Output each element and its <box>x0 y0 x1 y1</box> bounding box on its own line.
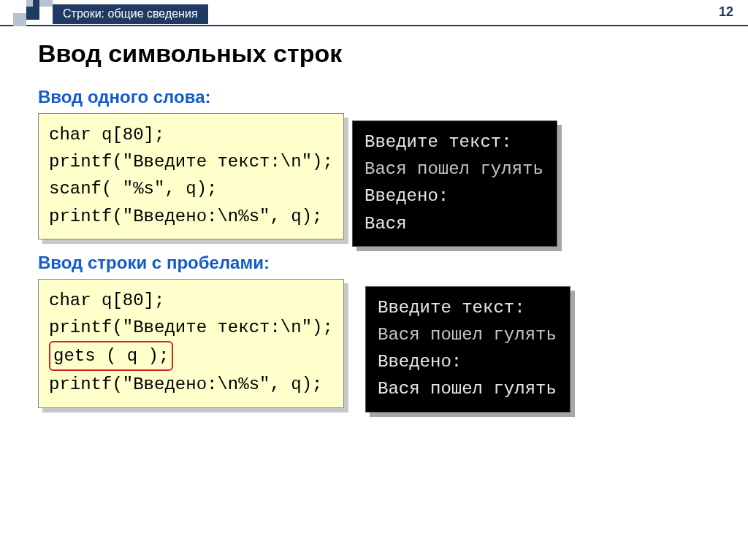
page-number: 12 <box>719 4 733 20</box>
console-text-2: Введите текст: Вася пошел гулять Введено… <box>365 286 570 413</box>
page-title: Ввод символьных строк <box>38 39 729 68</box>
section-heading-2: Ввод строки с пробелами: <box>38 253 729 273</box>
code-text-1: char q[80]; printf("Введите текст:\n"); … <box>38 113 344 239</box>
code-box-1: char q[80]; printf("Введите текст:\n"); … <box>38 113 344 239</box>
code-box-2: char q[80]; printf("Введите текст:\n"); … <box>38 279 344 408</box>
slide-content: Ввод символьных строк Ввод одного слова:… <box>0 26 748 408</box>
logo-squares <box>13 0 50 26</box>
console-prompt1: Введите текст: <box>378 298 525 318</box>
console-box-2: Введите текст: Вася пошел гулять Введено… <box>365 286 570 413</box>
breadcrumb: Строки: общие сведения <box>53 4 208 24</box>
gets-highlight: gets ( q ); <box>49 341 173 371</box>
console-user-input: Вася пошел гулять <box>378 325 557 345</box>
example-1: char q[80]; printf("Введите текст:\n"); … <box>38 113 729 239</box>
console-box-1: Введите текст: Вася пошел гулять Введено… <box>352 120 557 247</box>
top-bar: Строки: общие сведения 12 <box>0 0 748 26</box>
console-output: Вася <box>365 214 407 234</box>
console-prompt2: Введено: <box>365 186 449 206</box>
console-text-1: Введите текст: Вася пошел гулять Введено… <box>352 120 557 247</box>
console-prompt1: Введите текст: <box>365 132 512 152</box>
console-output: Вася пошел гулять <box>378 379 557 399</box>
console-user-input: Вася пошел гулять <box>365 159 543 179</box>
section-heading-1: Ввод одного слова: <box>38 87 729 107</box>
console-prompt2: Введено: <box>378 352 462 372</box>
example-2: char q[80]; printf("Введите текст:\n"); … <box>38 279 729 408</box>
code-text-2: char q[80]; printf("Введите текст:\n"); … <box>38 279 344 408</box>
